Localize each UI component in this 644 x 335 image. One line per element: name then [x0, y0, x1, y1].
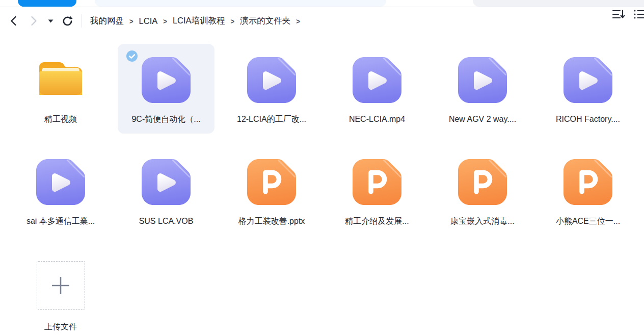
selected-check-icon[interactable] [126, 50, 138, 62]
file-item[interactable]: RICOH Factory.... [540, 44, 636, 134]
upload-label: 上传文件 [44, 322, 77, 332]
breadcrumb-item-training[interactable]: LCIA培训教程 [173, 15, 225, 27]
file-item[interactable]: 精工介绍及发展... [329, 146, 425, 236]
ppt-file-icon [353, 159, 401, 205]
file-item[interactable]: New AGV 2 way.... [434, 44, 531, 134]
file-item[interactable]: 12-LCIA的工厂改... [223, 44, 320, 134]
video-file-icon [247, 57, 296, 103]
upload-plus-icon [51, 276, 70, 295]
file-item[interactable]: SUS LCA.VOB [118, 146, 214, 236]
file-item[interactable]: 小熊ACE三位一... [540, 146, 636, 236]
file-item[interactable]: 格力工装改善.pptx [223, 146, 320, 236]
file-name: SUS LCA.VOB [139, 216, 194, 226]
address-bar[interactable] [95, 0, 386, 7]
caret-down-icon [48, 19, 53, 23]
file-name: 12-LCIA的工厂改... [237, 114, 306, 124]
upload-file-button[interactable]: 上传文件 [12, 248, 109, 335]
file-name: 格力工装改善.pptx [238, 216, 305, 226]
sort-descending-icon [612, 9, 625, 20]
video-file-icon [36, 159, 85, 205]
toolbar: 我的网盘 > LCIA > LCIA培训教程 > 演示的文件夹 > [0, 7, 644, 35]
refresh-button[interactable] [62, 15, 73, 27]
file-grid: 精工视频 9C-简便自动化（... 12-LCIA的工厂改... NEC-LCI… [12, 33, 636, 335]
file-name: New AGV 2 way.... [449, 114, 516, 124]
file-name: RICOH Factory.... [556, 114, 620, 124]
breadcrumb: 我的网盘 > LCIA > LCIA培训教程 > 演示的文件夹 > [90, 15, 306, 27]
file-name: 精工视频 [44, 114, 77, 124]
refresh-icon [62, 15, 73, 27]
view-toggle-button[interactable] [633, 9, 644, 21]
video-file-icon [458, 57, 507, 103]
chevron-left-icon [9, 15, 17, 27]
ppt-file-icon [247, 159, 296, 205]
search-bar[interactable] [473, 0, 644, 7]
file-name: 小熊ACE三位一... [556, 216, 620, 226]
file-item[interactable]: 9C-简便自动化（... [118, 44, 214, 134]
list-view-icon [633, 9, 644, 20]
file-name: 康宝嵌入式消毒... [450, 216, 514, 226]
file-item[interactable]: NEC-LCIA.mp4 [329, 44, 425, 134]
video-file-icon [142, 159, 191, 205]
back-button[interactable] [9, 15, 17, 27]
file-item[interactable]: 康宝嵌入式消毒... [434, 146, 531, 236]
browser-tab[interactable] [18, 0, 76, 7]
breadcrumb-item-current[interactable]: 演示的文件夹 [240, 15, 290, 27]
file-name: sai 本多通信工業... [26, 216, 95, 226]
folder-icon [38, 60, 84, 100]
breadcrumb-separator: > [231, 16, 235, 25]
upload-dropzone[interactable] [37, 261, 85, 310]
ppt-file-icon [564, 159, 612, 205]
history-dropdown-button[interactable] [48, 19, 53, 23]
breadcrumb-item-lcia[interactable]: LCIA [139, 16, 158, 26]
video-file-icon [353, 57, 401, 103]
sort-button[interactable] [612, 9, 625, 21]
breadcrumb-item-root[interactable]: 我的网盘 [90, 15, 124, 27]
file-name: 9C-简便自动化（... [131, 114, 200, 124]
ppt-file-icon [458, 159, 507, 205]
breadcrumb-separator: > [296, 16, 300, 25]
file-name: 精工介绍及发展... [345, 216, 409, 226]
chevron-right-icon [30, 15, 38, 27]
window-top-strip [0, 0, 644, 7]
breadcrumb-separator: > [163, 16, 167, 25]
forward-button[interactable] [30, 15, 38, 27]
file-item[interactable]: sai 本多通信工業... [12, 146, 109, 236]
video-file-icon [564, 57, 612, 103]
video-file-icon [142, 57, 191, 103]
toolbar-divider [82, 14, 82, 28]
file-name: NEC-LCIA.mp4 [349, 114, 405, 124]
breadcrumb-separator: > [129, 16, 133, 25]
file-item[interactable]: 精工视频 [12, 44, 109, 134]
